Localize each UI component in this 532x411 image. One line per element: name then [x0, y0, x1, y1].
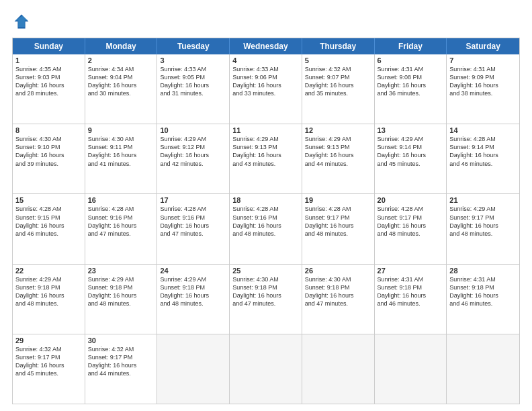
day-number: 24	[160, 267, 226, 275]
cal-cell: 15Sunrise: 4:28 AM Sunset: 9:15 PM Dayli…	[13, 194, 85, 263]
day-info: Sunrise: 4:29 AM Sunset: 9:17 PM Dayligh…	[449, 205, 517, 238]
day-info: Sunrise: 4:30 AM Sunset: 9:11 PM Dayligh…	[88, 135, 154, 168]
day-number: 12	[305, 126, 371, 134]
day-info: Sunrise: 4:28 AM Sunset: 9:15 PM Dayligh…	[15, 205, 82, 238]
day-number: 29	[15, 336, 82, 345]
day-info: Sunrise: 4:30 AM Sunset: 9:18 PM Dayligh…	[305, 275, 371, 308]
cal-cell: 24Sunrise: 4:29 AM Sunset: 9:18 PM Dayli…	[157, 265, 230, 334]
cal-cell: 23Sunrise: 4:29 AM Sunset: 9:18 PM Dayli…	[85, 265, 158, 334]
cal-cell: 1Sunrise: 4:35 AM Sunset: 9:03 PM Daylig…	[13, 54, 85, 124]
day-info: Sunrise: 4:28 AM Sunset: 9:14 PM Dayligh…	[449, 135, 517, 168]
cal-cell: 17Sunrise: 4:28 AM Sunset: 9:16 PM Dayli…	[157, 194, 230, 263]
cal-cell: 14Sunrise: 4:28 AM Sunset: 9:14 PM Dayli…	[447, 124, 519, 193]
day-info: Sunrise: 4:32 AM Sunset: 9:17 PM Dayligh…	[88, 345, 154, 378]
cal-cell: 10Sunrise: 4:29 AM Sunset: 9:12 PM Dayli…	[157, 124, 230, 193]
cal-cell: 20Sunrise: 4:28 AM Sunset: 9:17 PM Dayli…	[375, 194, 447, 263]
day-number: 4	[232, 56, 299, 64]
day-number: 17	[160, 196, 226, 204]
cal-cell: 29Sunrise: 4:32 AM Sunset: 9:17 PM Dayli…	[13, 334, 85, 404]
cal-header-cell: Saturday	[447, 38, 519, 54]
day-number: 11	[232, 126, 299, 134]
day-info: Sunrise: 4:29 AM Sunset: 9:18 PM Dayligh…	[160, 275, 226, 308]
cal-cell: 6Sunrise: 4:31 AM Sunset: 9:08 PM Daylig…	[375, 54, 447, 124]
cal-header-cell: Wednesday	[230, 38, 302, 54]
day-number: 30	[88, 336, 154, 345]
cal-cell: 2Sunrise: 4:34 AM Sunset: 9:04 PM Daylig…	[85, 54, 158, 124]
day-info: Sunrise: 4:28 AM Sunset: 9:17 PM Dayligh…	[305, 205, 371, 238]
day-number: 8	[15, 126, 82, 134]
cal-row: 29Sunrise: 4:32 AM Sunset: 9:17 PM Dayli…	[13, 334, 519, 404]
day-number: 3	[160, 56, 226, 64]
day-info: Sunrise: 4:29 AM Sunset: 9:18 PM Dayligh…	[88, 275, 154, 308]
cal-cell: 28Sunrise: 4:31 AM Sunset: 9:18 PM Dayli…	[447, 265, 519, 334]
calendar-header: SundayMondayTuesdayWednesdayThursdayFrid…	[13, 38, 519, 54]
cal-header-cell: Sunday	[13, 38, 85, 54]
day-number: 10	[160, 126, 226, 134]
cal-cell	[302, 334, 375, 404]
day-info: Sunrise: 4:29 AM Sunset: 9:13 PM Dayligh…	[232, 135, 299, 168]
day-info: Sunrise: 4:32 AM Sunset: 9:17 PM Dayligh…	[15, 345, 82, 378]
cal-cell: 9Sunrise: 4:30 AM Sunset: 9:11 PM Daylig…	[85, 124, 158, 193]
day-info: Sunrise: 4:31 AM Sunset: 9:09 PM Dayligh…	[449, 65, 517, 98]
day-number: 14	[449, 126, 517, 134]
cal-row: 15Sunrise: 4:28 AM Sunset: 9:15 PM Dayli…	[13, 193, 519, 263]
cal-header-cell: Tuesday	[157, 38, 230, 54]
day-number: 15	[15, 196, 82, 204]
cal-cell	[447, 334, 519, 404]
cal-row: 8Sunrise: 4:30 AM Sunset: 9:10 PM Daylig…	[13, 124, 519, 193]
logo-icon	[12, 12, 31, 31]
day-info: Sunrise: 4:31 AM Sunset: 9:18 PM Dayligh…	[449, 275, 517, 308]
cal-row: 1Sunrise: 4:35 AM Sunset: 9:03 PM Daylig…	[13, 54, 519, 124]
cal-cell: 22Sunrise: 4:29 AM Sunset: 9:18 PM Dayli…	[13, 265, 85, 334]
cal-header-cell: Monday	[85, 38, 158, 54]
cal-cell: 5Sunrise: 4:32 AM Sunset: 9:07 PM Daylig…	[302, 54, 375, 124]
cal-cell: 21Sunrise: 4:29 AM Sunset: 9:17 PM Dayli…	[447, 194, 519, 263]
day-info: Sunrise: 4:30 AM Sunset: 9:18 PM Dayligh…	[232, 275, 299, 308]
cal-cell	[230, 334, 302, 404]
cal-cell	[157, 334, 230, 404]
day-info: Sunrise: 4:28 AM Sunset: 9:16 PM Dayligh…	[88, 205, 154, 238]
cal-header-cell: Friday	[375, 38, 447, 54]
cal-cell: 3Sunrise: 4:33 AM Sunset: 9:05 PM Daylig…	[157, 54, 230, 124]
header	[12, 12, 520, 31]
day-info: Sunrise: 4:30 AM Sunset: 9:10 PM Dayligh…	[15, 135, 82, 168]
day-number: 23	[88, 267, 154, 275]
cal-cell: 11Sunrise: 4:29 AM Sunset: 9:13 PM Dayli…	[230, 124, 302, 193]
cal-row: 22Sunrise: 4:29 AM Sunset: 9:18 PM Dayli…	[13, 264, 519, 334]
day-info: Sunrise: 4:28 AM Sunset: 9:16 PM Dayligh…	[160, 205, 226, 238]
cal-cell: 16Sunrise: 4:28 AM Sunset: 9:16 PM Dayli…	[85, 194, 158, 263]
day-number: 19	[305, 196, 371, 204]
day-number: 16	[88, 196, 154, 204]
day-number: 28	[449, 267, 517, 275]
day-info: Sunrise: 4:29 AM Sunset: 9:13 PM Dayligh…	[305, 135, 371, 168]
day-info: Sunrise: 4:32 AM Sunset: 9:07 PM Dayligh…	[305, 65, 371, 98]
cal-cell: 27Sunrise: 4:31 AM Sunset: 9:18 PM Dayli…	[375, 265, 447, 334]
day-info: Sunrise: 4:29 AM Sunset: 9:12 PM Dayligh…	[160, 135, 226, 168]
day-number: 20	[378, 196, 444, 204]
day-info: Sunrise: 4:31 AM Sunset: 9:08 PM Dayligh…	[378, 65, 444, 98]
cal-cell: 13Sunrise: 4:29 AM Sunset: 9:14 PM Dayli…	[375, 124, 447, 193]
cal-cell: 18Sunrise: 4:28 AM Sunset: 9:16 PM Dayli…	[230, 194, 302, 263]
page: SundayMondayTuesdayWednesdayThursdayFrid…	[0, 0, 532, 411]
day-number: 9	[88, 126, 154, 134]
day-number: 5	[305, 56, 371, 64]
day-number: 18	[232, 196, 299, 204]
day-number: 27	[378, 267, 444, 275]
day-number: 21	[449, 196, 517, 204]
cal-cell: 30Sunrise: 4:32 AM Sunset: 9:17 PM Dayli…	[85, 334, 158, 404]
day-number: 6	[378, 56, 444, 64]
day-info: Sunrise: 4:28 AM Sunset: 9:16 PM Dayligh…	[232, 205, 299, 238]
day-number: 13	[378, 126, 444, 134]
day-info: Sunrise: 4:29 AM Sunset: 9:14 PM Dayligh…	[378, 135, 444, 168]
day-info: Sunrise: 4:31 AM Sunset: 9:18 PM Dayligh…	[378, 275, 444, 308]
cal-cell: 8Sunrise: 4:30 AM Sunset: 9:10 PM Daylig…	[13, 124, 85, 193]
day-number: 25	[232, 267, 299, 275]
cal-cell: 19Sunrise: 4:28 AM Sunset: 9:17 PM Dayli…	[302, 194, 375, 263]
day-info: Sunrise: 4:34 AM Sunset: 9:04 PM Dayligh…	[88, 65, 154, 98]
day-info: Sunrise: 4:35 AM Sunset: 9:03 PM Dayligh…	[15, 65, 82, 98]
day-info: Sunrise: 4:33 AM Sunset: 9:06 PM Dayligh…	[232, 65, 299, 98]
cal-cell: 12Sunrise: 4:29 AM Sunset: 9:13 PM Dayli…	[302, 124, 375, 193]
cal-cell: 26Sunrise: 4:30 AM Sunset: 9:18 PM Dayli…	[302, 265, 375, 334]
day-info: Sunrise: 4:33 AM Sunset: 9:05 PM Dayligh…	[160, 65, 226, 98]
logo	[12, 12, 34, 31]
